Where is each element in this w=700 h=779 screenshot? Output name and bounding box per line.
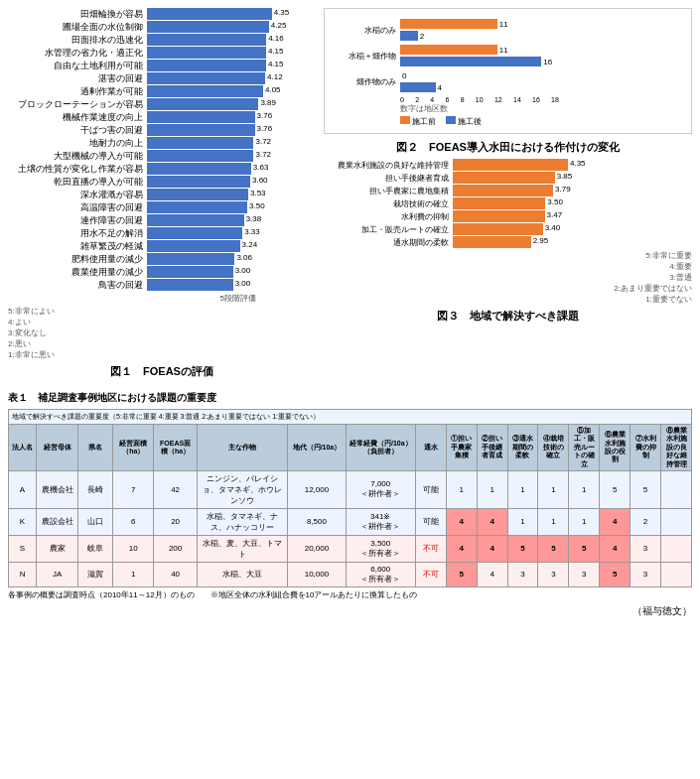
table-cell: A xyxy=(9,470,37,508)
table-cell: 10 xyxy=(113,535,154,562)
fig2-group-row: 畑作物のみ04 xyxy=(331,70,685,92)
fig1-bar-row: 用水不足の解消3.33 xyxy=(8,227,316,239)
table-cell: 8,500 xyxy=(288,508,346,535)
table-cell: 5 xyxy=(600,562,630,586)
table-cell: 2 xyxy=(630,508,661,535)
table-cell: 341※ ＜耕作者＞ xyxy=(346,508,415,535)
bar-fill xyxy=(147,98,258,110)
table-cell xyxy=(661,508,692,535)
table-cell: 農機会社 xyxy=(37,470,78,508)
table-title: 表１ 補足調査事例地区における課題の重要度 xyxy=(8,391,692,405)
table-cell xyxy=(661,535,692,562)
bar-fill xyxy=(147,240,240,252)
fig3-bar-row: 水利費の抑制3.47 xyxy=(324,210,692,222)
table-row: S農家岐阜10200水稲、麦、大豆、トマト20,0003,500 ＜所有者＞不可… xyxy=(9,535,692,562)
bar-fill xyxy=(147,150,253,162)
bar-fill xyxy=(147,163,251,175)
table-cell: N xyxy=(9,562,37,586)
fig3-scale-legend: 5:非常に重要4:重要3:普通2:あまり重要ではない1:重要でない xyxy=(324,250,692,305)
table-section: 表１ 補足調査事例地区における課題の重要度 地域で解決すべき課題の重要度（5:非… xyxy=(8,391,692,600)
fig3-bar-fill xyxy=(453,197,545,209)
fig3-bar-fill xyxy=(453,159,568,171)
bar-fill xyxy=(147,189,248,200)
table-cell: 5 xyxy=(507,535,538,562)
fig1-bar-row: ブロックローテーションが容易3.89 xyxy=(8,98,316,110)
table-cell xyxy=(661,562,692,586)
fig1-bar-row: 連作障害の回避3.38 xyxy=(8,214,316,226)
bar-fill xyxy=(147,111,255,123)
table-header-cell: 経常経費（円/10a） （負担者） xyxy=(346,425,415,471)
table-cell: 可能 xyxy=(415,470,446,508)
table-cell: 3,500 ＜所有者＞ xyxy=(346,535,415,562)
table-cell: 1 xyxy=(538,470,569,508)
table-header-cell: 県名 xyxy=(78,425,113,471)
table-cell: ニンジン、パレイショ、タマネギ、ホウレンソウ xyxy=(197,470,287,508)
table-header-cell: 経営母体 xyxy=(37,425,78,471)
fig1-scale-legend: 5:非常によい4:よい3:変化なし2:悪い1:非常に悪い xyxy=(8,306,316,360)
bar-fill xyxy=(147,137,253,149)
table-header-cell: FOEAS面積（ha） xyxy=(154,425,198,471)
fig1-section: 田畑輪換が容易4.35圃場全面の水位制御4.25田面排水の迅速化4.16水管理の… xyxy=(8,8,316,383)
fig3-bar-fill xyxy=(453,185,553,196)
table-cell: 4 xyxy=(600,535,630,562)
table-cell: 1 xyxy=(507,508,538,535)
fig1-bar-row: 機械作業速度の向上3.76 xyxy=(8,111,316,123)
bar-fill xyxy=(147,34,266,46)
table-cell: 20 xyxy=(154,508,198,535)
table-cell: 1 xyxy=(113,562,154,586)
table-cell: 不可 xyxy=(415,535,446,562)
fig3-bar-fill xyxy=(453,236,531,248)
table-cell: 農家 xyxy=(37,535,78,562)
table-cell: 6,600 ＜所有者＞ xyxy=(346,562,415,586)
table-header-cell: 地代（円/10a） xyxy=(288,425,346,471)
table-header-cell: ⑦水利費の抑制 xyxy=(630,425,661,471)
table-cell: 滋賀 xyxy=(78,562,113,586)
fig3-caption: 図３ 地域で解決すべき課題 xyxy=(324,309,692,324)
fig1-bar-row: 地耐力の向上3.72 xyxy=(8,137,316,149)
table-header-cell: 経営面積（ha） xyxy=(113,425,154,471)
table-row: K農設会社山口620水稲、タマネギ、ナス、ハナッコリー8,500341※ ＜耕作… xyxy=(9,508,692,535)
table-row: NJA滋賀140水稲、大豆10,0006,600 ＜所有者＞不可5433353 xyxy=(9,562,692,586)
fig3-bar-fill xyxy=(453,172,555,184)
fig3-container: 農業水利施設の良好な維持管理4.35担い手後継者育成3.85担い手農家に農地集積… xyxy=(324,159,692,324)
fig1-bar-row: 湛害の回避4.12 xyxy=(8,72,316,84)
table-header-cell: ③通水期間の柔軟 xyxy=(507,425,538,471)
table-header-cell: ②担い手後継者育成 xyxy=(477,425,507,471)
author: （福与徳文） xyxy=(8,604,692,618)
fig1-bar-row: 乾田直播の導入が可能3.60 xyxy=(8,176,316,188)
table-cell: 20,000 xyxy=(288,535,346,562)
table-cell: 10,000 xyxy=(288,562,346,586)
fig2-group-row: 水稲のみ112 xyxy=(331,19,685,41)
table-header-cell: 法人名 xyxy=(9,425,37,471)
table-cell: 200 xyxy=(154,535,198,562)
table-cell: 可能 xyxy=(415,508,446,535)
bar-fill xyxy=(147,266,233,278)
table-cell: 7,000 ＜耕作者＞ xyxy=(346,470,415,508)
table-header-cell: ①担い手農家集積 xyxy=(446,425,477,471)
table-cell: K xyxy=(9,508,37,535)
main-table: 地域で解決すべき課題の重要度（5:非常に重要 4:重要 3:普通 2:あまり重要… xyxy=(8,409,692,587)
table-cell: 水稲、タマネギ、ナス、ハナッコリー xyxy=(197,508,287,535)
bar-fill xyxy=(147,124,255,136)
fig1-bar-row: 農業使用量の減少3.00 xyxy=(8,266,316,278)
fig3-bar-fill xyxy=(453,223,543,235)
fig1-bar-row: 田畑輪換が容易4.35 xyxy=(8,8,316,20)
table-cell: 岐阜 xyxy=(78,535,113,562)
table-cell: 1 xyxy=(477,470,507,508)
fig1-bar-row: 土壌の性質が変化し作業が容易3.63 xyxy=(8,163,316,175)
table-cell: 3 xyxy=(507,562,538,586)
fig1-scale-note: 5段階評価 xyxy=(8,293,316,304)
table-cell: 4 xyxy=(477,508,507,535)
bar-fill xyxy=(147,60,266,71)
table-cell: S xyxy=(9,535,37,562)
table-cell: 4 xyxy=(477,562,507,586)
table-header-cell: 通水 xyxy=(415,425,446,471)
table-cell: 1 xyxy=(569,508,600,535)
bar-fill xyxy=(147,227,242,239)
fig1-chart: 田畑輪換が容易4.35圃場全面の水位制御4.25田面排水の迅速化4.16水管理の… xyxy=(8,8,316,291)
table-cell: 4 xyxy=(600,508,630,535)
fig3-bar-fill xyxy=(453,210,545,222)
table-cell: 1 xyxy=(538,508,569,535)
table-row: A農機会社長崎742ニンジン、パレイショ、タマネギ、ホウレンソウ12,0007,… xyxy=(9,470,692,508)
table-cell: 長崎 xyxy=(78,470,113,508)
